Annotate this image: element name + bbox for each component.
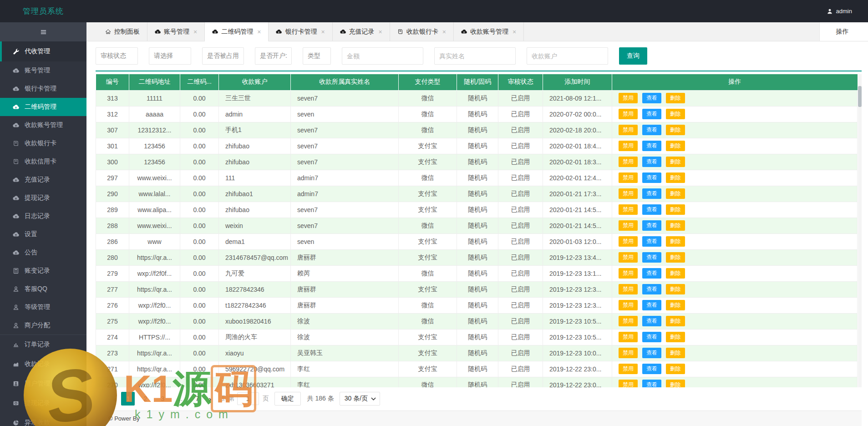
delete-button[interactable]: 删除 <box>666 364 685 375</box>
view-button[interactable]: 查看 <box>642 220 661 231</box>
view-button[interactable]: 查看 <box>642 332 661 343</box>
disable-button[interactable]: 禁用 <box>619 268 638 279</box>
delete-button[interactable]: 删除 <box>666 141 685 152</box>
tab[interactable]: 收款账号管理 × <box>454 22 524 41</box>
view-button[interactable]: 查看 <box>642 252 661 263</box>
sidebar-item[interactable]: 商户分配 <box>0 316 86 335</box>
sidebar-item[interactable]: 日志记录 <box>0 207 86 225</box>
view-button[interactable]: 查看 <box>642 204 661 215</box>
sidebar-item[interactable]: 代收管理 <box>0 41 86 61</box>
sidebar-item[interactable]: 收款账号管理 <box>0 116 86 134</box>
delete-button[interactable]: 删除 <box>666 157 685 167</box>
disable-button[interactable]: 禁用 <box>619 316 638 327</box>
view-button[interactable]: 查看 <box>642 348 661 359</box>
table-scrollbar-thumb[interactable] <box>858 86 862 107</box>
close-icon[interactable]: × <box>379 29 382 35</box>
sidebar-item[interactable]: 公告 <box>0 243 86 262</box>
view-button[interactable]: 查看 <box>642 364 661 375</box>
close-icon[interactable]: × <box>321 29 325 35</box>
sidebar-item[interactable]: 客服QQ <box>0 280 86 298</box>
delete-button[interactable]: 删除 <box>666 93 685 104</box>
disable-button[interactable]: 禁用 <box>619 188 638 199</box>
delete-button[interactable]: 删除 <box>666 220 685 231</box>
search-button[interactable]: 查询 <box>619 47 647 65</box>
disable-button[interactable]: 禁用 <box>619 157 638 167</box>
tab[interactable]: 银行卡管理 × <box>269 22 332 41</box>
disable-button[interactable]: 禁用 <box>619 109 638 120</box>
disable-button[interactable]: 禁用 <box>619 252 638 263</box>
disable-button[interactable]: 禁用 <box>619 204 638 215</box>
sidebar-item[interactable]: 银行卡管理 <box>0 80 86 98</box>
filter-input[interactable] <box>527 47 608 65</box>
disable-button[interactable]: 禁用 <box>619 93 638 104</box>
delete-button[interactable]: 删除 <box>666 316 685 327</box>
sidebar-item[interactable]: 二维码管理 <box>0 98 86 116</box>
page-number[interactable]: ... <box>173 392 187 406</box>
tab-actions-dropdown[interactable]: 操作 <box>819 22 868 41</box>
delete-button[interactable]: 删除 <box>666 252 685 263</box>
sidebar-item[interactable]: 账号管理 <box>0 61 86 80</box>
delete-button[interactable]: 删除 <box>666 348 685 359</box>
chevron-left-icon[interactable]: ‹ <box>111 395 119 403</box>
chevron-right-icon[interactable]: › <box>206 395 214 403</box>
sidebar-item[interactable]: 收款信用卡 <box>0 152 86 171</box>
page-number[interactable]: 3 <box>156 392 169 406</box>
disable-button[interactable]: 禁用 <box>619 284 638 295</box>
view-button[interactable]: 查看 <box>642 125 661 136</box>
disable-button[interactable]: 禁用 <box>619 380 638 387</box>
disable-button[interactable]: 禁用 <box>619 300 638 311</box>
page-number[interactable]: 2 <box>138 392 152 406</box>
filter-select[interactable]: 请选择 <box>149 47 191 65</box>
view-button[interactable]: 查看 <box>642 300 661 311</box>
sidebar-item[interactable]: 账变记录 <box>0 262 86 280</box>
close-icon[interactable]: × <box>257 29 261 35</box>
sidebar-item[interactable]: 提现记录 <box>0 189 86 207</box>
sidebar-item[interactable]: 等级管理 <box>0 298 86 316</box>
disable-button[interactable]: 禁用 <box>619 172 638 183</box>
filter-select[interactable]: 类型 <box>303 47 331 65</box>
delete-button[interactable]: 删除 <box>666 332 685 343</box>
page-number[interactable]: 1 <box>121 392 135 406</box>
delete-button[interactable]: 删除 <box>666 109 685 120</box>
view-button[interactable]: 查看 <box>642 316 661 327</box>
tab[interactable]: 充值记录 × <box>333 22 390 41</box>
filter-input[interactable] <box>434 47 516 65</box>
sidebar-item[interactable]: 收款记录 <box>0 354 86 374</box>
tab[interactable]: 控制面板 × <box>98 22 147 41</box>
disable-button[interactable]: 禁用 <box>619 220 638 231</box>
disable-button[interactable]: 禁用 <box>619 236 638 247</box>
view-button[interactable]: 查看 <box>642 93 661 104</box>
delete-button[interactable]: 删除 <box>666 380 685 387</box>
sidebar-item[interactable]: 设置 <box>0 225 86 243</box>
sidebar-item[interactable]: 提现记录 <box>0 393 86 413</box>
disable-button[interactable]: 禁用 <box>619 364 638 375</box>
filter-input[interactable] <box>342 47 423 65</box>
delete-button[interactable]: 删除 <box>666 268 685 279</box>
sidebar-item[interactable]: 用户管理 <box>0 374 86 393</box>
close-icon[interactable]: × <box>193 29 197 35</box>
close-icon[interactable]: × <box>513 29 516 35</box>
delete-button[interactable]: 删除 <box>666 236 685 247</box>
delete-button[interactable]: 删除 <box>666 284 685 295</box>
disable-button[interactable]: 禁用 <box>619 125 638 136</box>
goto-page-input[interactable] <box>237 392 259 405</box>
page-number[interactable]: 7 <box>190 392 204 406</box>
sidebar-item[interactable]: 异常收款 <box>0 413 86 426</box>
view-button[interactable]: 查看 <box>642 236 661 247</box>
filter-select[interactable]: 是否开户: <box>255 47 292 65</box>
delete-button[interactable]: 删除 <box>666 125 685 136</box>
page-size-select[interactable]: 30 条/页 <box>340 392 380 406</box>
view-button[interactable]: 查看 <box>642 157 661 167</box>
delete-button[interactable]: 删除 <box>666 188 685 199</box>
delete-button[interactable]: 删除 <box>666 300 685 311</box>
filter-select[interactable]: 审核状态 <box>96 47 138 65</box>
disable-button[interactable]: 禁用 <box>619 348 638 359</box>
tab[interactable]: 二维码管理 × <box>205 22 269 41</box>
view-button[interactable]: 查看 <box>642 188 661 199</box>
delete-button[interactable]: 删除 <box>666 172 685 183</box>
disable-button[interactable]: 禁用 <box>619 332 638 343</box>
sidebar-item[interactable]: 订单记录 <box>0 335 86 354</box>
close-icon[interactable]: × <box>442 29 446 35</box>
sidebar-toggle[interactable] <box>0 22 86 41</box>
view-button[interactable]: 查看 <box>642 284 661 295</box>
